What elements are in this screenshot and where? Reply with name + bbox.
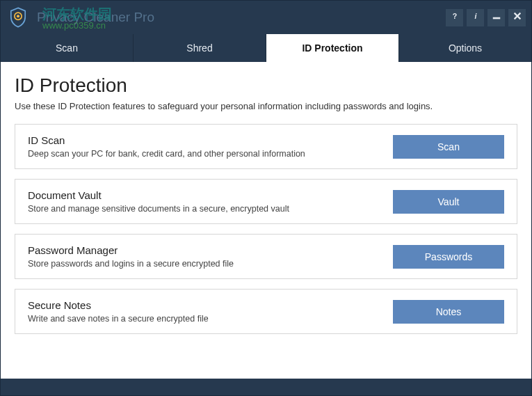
minimize-icon [492,11,501,24]
help-icon: ? [450,11,460,24]
svg-rect-4 [492,17,500,19]
page-subtitle: Use these ID Protection features to safe… [15,101,517,111]
card-text: Document Vault Store and manage sensitiv… [28,189,382,214]
close-button[interactable] [508,9,526,26]
tab-scan[interactable]: Scan [1,34,134,62]
card-title: ID Scan [28,134,382,146]
card-id-scan: ID Scan Deep scan your PC for bank, cred… [15,124,517,169]
card-title: Secure Notes [28,299,382,311]
watermark-url: www.pc0359.cn [42,20,106,31]
card-secure-notes: Secure Notes Write and save notes in a s… [15,289,517,334]
card-title: Document Vault [28,189,382,201]
svg-text:?: ? [452,12,456,20]
notes-button[interactable]: Notes [393,300,504,324]
minimize-button[interactable] [487,9,505,26]
app-window: Privacy Cleaner Pro 河东软件园 www.pc0359.cn … [0,0,532,396]
tab-shred[interactable]: Shred [134,34,266,62]
scan-button[interactable]: Scan [393,135,504,159]
app-logo-icon [6,6,30,29]
page-title: ID Protection [15,74,517,97]
titlebar: Privacy Cleaner Pro 河东软件园 www.pc0359.cn … [1,1,531,34]
card-text: Secure Notes Write and save notes in a s… [28,299,382,324]
vault-button[interactable]: Vault [393,190,504,214]
close-icon [513,11,522,24]
card-text: Password Manager Store passwords and log… [28,244,382,269]
tab-options[interactable]: Options [399,34,531,62]
info-icon: i [471,11,481,24]
card-desc: Write and save notes in a secure encrypt… [28,314,382,324]
tab-bar: Scan Shred ID Protection Options [1,34,531,62]
footer-bar [1,379,531,395]
svg-point-1 [17,15,19,17]
card-desc: Store passwords and logins in a secure e… [28,259,382,269]
card-title: Password Manager [28,244,382,256]
content-area: ID Protection Use these ID Protection fe… [1,62,531,379]
card-desc: Deep scan your PC for bank, credit card,… [28,149,382,159]
card-document-vault: Document Vault Store and manage sensitiv… [15,179,517,224]
help-button[interactable]: ? [446,9,463,26]
passwords-button[interactable]: Passwords [393,245,504,269]
svg-text:i: i [474,12,477,20]
card-desc: Store and manage sensitive documents in … [28,204,382,214]
card-text: ID Scan Deep scan your PC for bank, cred… [28,134,382,159]
card-password-manager: Password Manager Store passwords and log… [15,234,517,279]
tab-id-protection[interactable]: ID Protection [266,34,399,62]
info-button[interactable]: i [467,9,484,26]
